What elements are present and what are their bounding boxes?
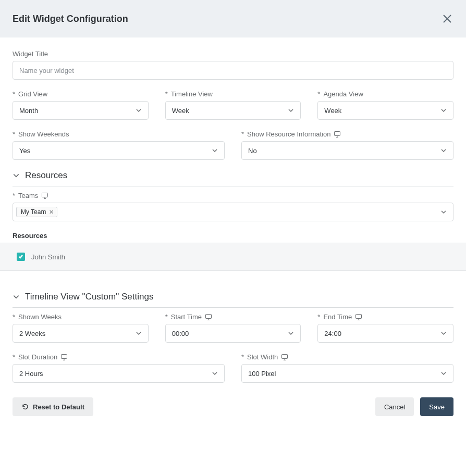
start-time-value: 00:00 xyxy=(172,330,189,337)
chevron-down-icon xyxy=(288,107,294,114)
grid-view-label-text: Grid View xyxy=(18,90,47,98)
chevron-down-icon xyxy=(440,147,447,154)
widget-title-label: Widget Title xyxy=(13,50,453,58)
show-weekends-value: Yes xyxy=(19,147,30,155)
required-marker: * xyxy=(165,90,168,98)
agenda-view-label-text: Agenda View xyxy=(323,90,363,98)
chevron-down-icon xyxy=(13,293,20,300)
collapse-toggle[interactable] xyxy=(13,172,20,179)
start-time-label: * Start Time xyxy=(165,313,301,321)
svg-rect-2 xyxy=(205,314,211,318)
cancel-button[interactable]: Cancel xyxy=(375,397,414,416)
resources-section-title: Resources xyxy=(25,170,67,181)
teams-field: * Teams My Team ✕ xyxy=(13,192,453,221)
grid-view-value: Month xyxy=(19,107,38,115)
show-resource-info-select[interactable]: No xyxy=(241,141,453,160)
save-button[interactable]: Save xyxy=(420,397,453,416)
reset-button-label: Reset to Default xyxy=(33,403,84,411)
timeline-view-value: Week xyxy=(172,107,189,115)
slot-duration-select[interactable]: 2 Hours xyxy=(13,364,225,383)
show-resource-info-value: No xyxy=(248,147,257,155)
chevron-down-icon xyxy=(136,107,142,114)
required-marker: * xyxy=(13,130,15,138)
close-icon xyxy=(443,14,452,23)
team-chip-label: My Team xyxy=(21,208,46,216)
show-weekends-label-text: Show Weekends xyxy=(18,130,69,138)
resources-list-label: Resources xyxy=(13,232,453,240)
check-icon xyxy=(18,254,23,259)
start-time-label-text: Start Time xyxy=(171,313,202,321)
end-time-select[interactable]: 24:00 xyxy=(317,324,453,343)
dialog-header: Edit Widget Configuration xyxy=(0,0,466,37)
slot-width-label-text: Slot Width xyxy=(247,353,278,361)
required-marker: * xyxy=(13,90,15,98)
slot-width-select[interactable]: 100 Pixel xyxy=(241,364,453,383)
timeline-settings-section-title: Timeline View "Custom" Settings xyxy=(25,292,153,302)
chevron-down-icon xyxy=(440,330,447,336)
resource-row: John Smith xyxy=(0,243,466,271)
chevron-down-icon xyxy=(212,370,218,377)
chevron-down-icon xyxy=(288,330,294,336)
info-icon[interactable] xyxy=(60,354,68,361)
show-resource-info-label: * Show Resource Information xyxy=(241,130,453,138)
grid-view-select[interactable]: Month xyxy=(13,101,149,120)
agenda-view-value: Week xyxy=(324,107,341,115)
required-marker: * xyxy=(13,353,15,361)
info-icon[interactable] xyxy=(355,314,362,321)
required-marker: * xyxy=(13,313,15,321)
dialog-footer: Reset to Default Cancel Save xyxy=(13,397,453,416)
timeline-settings-section-header: Timeline View "Custom" Settings xyxy=(13,292,453,308)
required-marker: * xyxy=(13,192,15,199)
info-icon[interactable] xyxy=(205,314,212,321)
teams-select[interactable]: My Team ✕ xyxy=(13,203,453,221)
shown-weeks-label-text: Shown Weeks xyxy=(18,313,62,321)
required-marker: * xyxy=(317,90,320,98)
resource-checkbox[interactable] xyxy=(17,253,25,261)
slot-width-value: 100 Pixel xyxy=(248,370,276,378)
chevron-down-icon xyxy=(440,209,447,215)
svg-rect-1 xyxy=(42,193,48,197)
shown-weeks-select[interactable]: 2 Weeks xyxy=(13,324,149,343)
remove-chip-button[interactable]: ✕ xyxy=(49,209,54,216)
show-resource-info-field: * Show Resource Information No xyxy=(241,130,453,160)
timeline-view-field: * Timeline View Week xyxy=(165,90,301,120)
show-weekends-field: * Show Weekends Yes xyxy=(13,130,225,160)
dialog-title: Edit Widget Configuration xyxy=(13,14,128,24)
widget-title-input[interactable] xyxy=(13,61,453,80)
info-icon[interactable] xyxy=(334,131,341,138)
end-time-field: * End Time 24:00 xyxy=(317,313,453,343)
required-marker: * xyxy=(241,353,244,361)
timeline-view-select[interactable]: Week xyxy=(165,101,301,120)
slot-width-field: * Slot Width 100 Pixel xyxy=(241,353,453,383)
resource-name: John Smith xyxy=(31,253,65,261)
grid-view-field: * Grid View Month xyxy=(13,90,149,120)
teams-label-text: Teams xyxy=(18,192,38,199)
widget-title-field: Widget Title xyxy=(13,50,453,80)
agenda-view-select[interactable]: Week xyxy=(317,101,453,120)
collapse-toggle[interactable] xyxy=(13,293,20,300)
start-time-select[interactable]: 00:00 xyxy=(165,324,301,343)
agenda-view-field: * Agenda View Week xyxy=(317,90,453,120)
svg-rect-5 xyxy=(282,354,288,358)
required-marker: * xyxy=(241,130,244,138)
required-marker: * xyxy=(165,313,168,321)
chevron-down-icon xyxy=(13,172,20,179)
chevron-down-icon xyxy=(212,147,218,154)
info-icon[interactable] xyxy=(281,354,288,361)
agenda-view-label: * Agenda View xyxy=(317,90,453,98)
chevron-down-icon xyxy=(440,370,447,377)
shown-weeks-label: * Shown Weeks xyxy=(13,313,149,321)
timeline-view-label: * Timeline View xyxy=(165,90,301,98)
info-icon[interactable] xyxy=(41,192,48,199)
team-chip: My Team ✕ xyxy=(16,207,57,217)
slot-width-label: * Slot Width xyxy=(241,353,453,361)
close-button[interactable] xyxy=(441,12,453,25)
cancel-button-label: Cancel xyxy=(384,403,405,411)
teams-label: * Teams xyxy=(13,192,453,199)
show-weekends-label: * Show Weekends xyxy=(13,130,225,138)
reset-button[interactable]: Reset to Default xyxy=(13,397,93,416)
show-weekends-select[interactable]: Yes xyxy=(13,141,225,160)
svg-rect-3 xyxy=(356,314,362,318)
end-time-label-text: End Time xyxy=(323,313,352,321)
svg-rect-4 xyxy=(62,354,67,358)
